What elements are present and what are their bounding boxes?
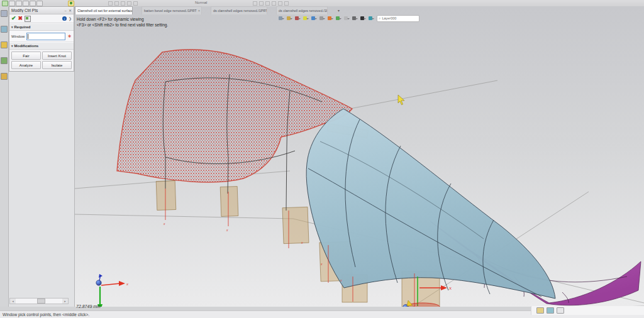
part-tab-3[interactable]: ds clamshell edges removed./1PRT × <box>211 6 267 14</box>
csys-x-label: X <box>449 287 452 290</box>
tray-alert-icon[interactable] <box>536 307 544 314</box>
panel-horizontal-scrollbar[interactable]: ◂ ▸ <box>9 298 69 304</box>
redo-icon[interactable] <box>30 1 36 6</box>
draw-circle-icon[interactable] <box>259 1 264 6</box>
fair-button[interactable]: Fair <box>11 52 41 60</box>
model-scene: x x x x x x X <box>75 6 644 307</box>
dialog-expand-icon[interactable]: ❯ <box>69 16 72 21</box>
annotate-pencil-icon[interactable] <box>108 1 113 6</box>
tab-label: batten bevel edge removed./1PRT <box>144 9 197 13</box>
ok-button[interactable]: ✔ <box>11 16 16 21</box>
assembly-navigator-icon[interactable] <box>1 10 8 17</box>
tab-overflow-icon[interactable]: ▾ <box>338 8 340 13</box>
modifications-section-header[interactable]: ▾ Modifications <box>9 42 74 50</box>
dialog-close-icon[interactable]: ✕ <box>69 8 72 13</box>
cue-message: Hold down <F2> for dynamic viewing <F3> … <box>77 17 168 28</box>
filter-dark-icon[interactable] <box>360 16 366 21</box>
modifications-section-label: Modifications <box>14 44 39 48</box>
required-asterisk-icon: ∗ <box>67 34 72 39</box>
new-part-icon[interactable] <box>2 1 8 6</box>
fit-view-icon[interactable] <box>328 16 333 21</box>
annotate-line-icon[interactable] <box>114 1 119 6</box>
collapse-arrow-icon: ▾ <box>11 44 13 48</box>
status-message: Window pick control points, then <middle… <box>3 312 89 317</box>
required-section-label: Required <box>14 25 31 29</box>
analyze-button[interactable]: Analyze <box>11 61 41 69</box>
filter-face-icon[interactable] <box>336 16 341 21</box>
open-icon[interactable] <box>9 1 15 6</box>
svg-text:x: x <box>301 241 303 244</box>
selection-scope-search[interactable]: ⌕ Layer000 <box>377 15 419 22</box>
cancel-button[interactable]: ✖ <box>18 16 23 21</box>
status-bar: Window pick control points, then <middle… <box>0 310 644 318</box>
dialog-title-bar[interactable]: Modify Ctrl Pts − ✕ <box>9 7 74 14</box>
style-dropdown[interactable]: Normal <box>195 1 207 4</box>
resource-bar <box>0 6 9 307</box>
window-label: Window <box>11 35 25 38</box>
part-tab-1[interactable]: Clamshell ctl set for external surfaces.… <box>75 6 133 14</box>
nx-application-window: { "glyphs": { "check": "✔", "cross": "✖"… <box>0 0 644 318</box>
dialog-minimize-icon[interactable]: − <box>64 9 67 13</box>
search-value: Layer000 <box>382 16 396 20</box>
draw-polygon-icon[interactable] <box>278 1 282 6</box>
required-section-header[interactable]: ▾ Required <box>9 23 74 31</box>
save-icon[interactable] <box>16 1 22 6</box>
cue-line-2: <F3> or <Shift mb2> to find next valid f… <box>77 23 168 28</box>
render-style-icon[interactable] <box>287 16 292 21</box>
dialog-title: Modify Ctrl Pts <box>11 8 62 13</box>
triad-x-label: x <box>126 282 129 286</box>
distance-readout: 72.8749 mm <box>76 304 101 309</box>
part-tab-2[interactable]: batten bevel edge removed./1PRT × <box>142 6 202 14</box>
tray-monitor-icon[interactable] <box>557 307 564 314</box>
isolate-button[interactable]: Isolate <box>42 61 72 69</box>
insert-knot-button[interactable]: Insert Knot <box>42 52 72 60</box>
constraint-navigator-icon[interactable] <box>1 26 8 33</box>
draw-ellipse-icon[interactable] <box>265 1 270 6</box>
scrollbar-track[interactable] <box>16 299 62 304</box>
part-tab-4[interactable]: ds clamshell edges removed./1PRT × <box>276 6 328 14</box>
filter-body-icon[interactable] <box>352 16 358 21</box>
x-axis-arrow <box>119 281 125 286</box>
part-tab-bar: Clamshell ctl set for external surfaces.… <box>75 6 340 14</box>
tray-sync-icon[interactable] <box>547 307 554 314</box>
blue-surface[interactable] <box>306 109 555 299</box>
dialog-panel: Modify Ctrl Pts − ✕ ✔ ✖ i ❯ ▾ Required W… <box>9 6 75 307</box>
work-layer-icon[interactable] <box>303 16 309 21</box>
scroll-left-icon[interactable]: ◂ <box>10 299 16 304</box>
snap-point-icon[interactable] <box>279 16 284 21</box>
tab-close-icon[interactable]: × <box>198 9 201 13</box>
annotate-text-icon[interactable] <box>133 1 138 6</box>
selection-toolbar: ⌕ Layer000 <box>279 14 419 22</box>
filter-teal-icon[interactable] <box>369 16 374 21</box>
wcs-triad: x <box>96 274 129 307</box>
draw-shape-icon[interactable] <box>284 1 289 6</box>
dialog-action-bar: ✔ ✖ i ❯ <box>9 14 74 23</box>
tab-label: Clamshell ctl set for external surfaces.… <box>77 9 133 13</box>
window-selection-input[interactable] <box>26 33 65 40</box>
undo-icon[interactable] <box>23 1 29 6</box>
scroll-right-icon[interactable]: ▸ <box>62 299 68 304</box>
active-command-icon[interactable] <box>68 1 74 6</box>
tab-label: ds clamshell edges removed./1PRT <box>213 9 267 13</box>
part-navigator-icon[interactable] <box>1 41 8 48</box>
svg-text:x: x <box>320 262 323 266</box>
scrollbar-thumb[interactable] <box>37 299 45 304</box>
graphics-window[interactable]: x x x x x x X <box>75 6 644 307</box>
mouse-cursor-icon <box>398 95 404 105</box>
window-menu-icon[interactable] <box>36 1 43 6</box>
draw-pencil-icon[interactable] <box>253 1 257 6</box>
roles-icon[interactable] <box>1 73 8 80</box>
edit-section-icon[interactable] <box>295 16 301 21</box>
shaded-view-icon[interactable] <box>311 16 317 21</box>
reuse-library-icon[interactable] <box>1 57 8 64</box>
draw-curve-icon[interactable] <box>272 1 276 6</box>
datum-marker-labels: x x x x x <box>163 222 342 282</box>
annotate-box-icon[interactable] <box>127 1 131 6</box>
window-selection-row: Window ∗ <box>9 31 74 42</box>
filter-curve-icon[interactable] <box>344 16 350 21</box>
annotate-arrow-icon[interactable] <box>121 1 125 6</box>
collapse-arrow-icon: ▾ <box>11 25 13 29</box>
orient-view-icon[interactable] <box>319 16 325 21</box>
info-icon[interactable]: i <box>62 16 67 21</box>
apply-button[interactable] <box>25 16 31 22</box>
